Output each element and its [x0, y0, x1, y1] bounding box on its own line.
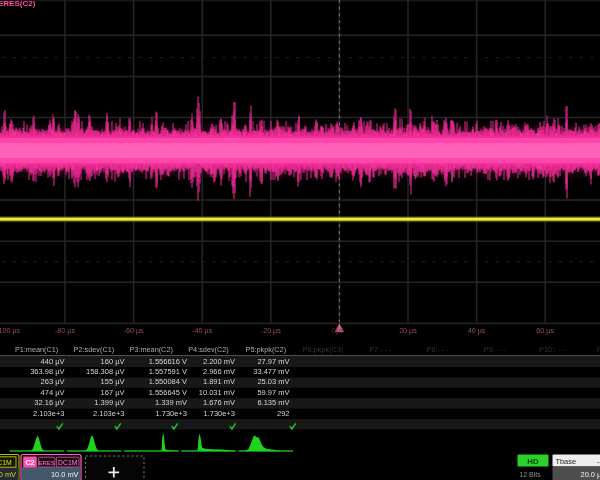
- svg-text:P8:- - -: P8:- - -: [427, 345, 450, 354]
- svg-text:1.339 mV: 1.339 mV: [155, 398, 187, 407]
- svg-text:20.0 µs: 20.0 µs: [581, 470, 600, 479]
- svg-text:C2: C2: [25, 458, 35, 467]
- svg-text:50.0 mV: 50.0 mV: [0, 470, 16, 479]
- svg-text:474 µV: 474 µV: [41, 388, 65, 397]
- svg-text:12 Bits: 12 Bits: [519, 471, 541, 478]
- svg-text:DC1M: DC1M: [58, 459, 78, 466]
- svg-text:2.200 mV: 2.200 mV: [203, 357, 235, 366]
- svg-text:1.556616 V: 1.556616 V: [149, 357, 187, 366]
- svg-text:2.966 mV: 2.966 mV: [203, 367, 235, 376]
- svg-text:25.03 mV: 25.03 mV: [257, 377, 289, 386]
- svg-text:1.730e+3: 1.730e+3: [156, 409, 188, 418]
- svg-text:2.103e+3: 2.103e+3: [33, 409, 65, 418]
- svg-text:32.16 µV: 32.16 µV: [34, 398, 64, 407]
- svg-text:160 µV: 160 µV: [101, 357, 125, 366]
- svg-text:59.97 mV: 59.97 mV: [257, 388, 289, 397]
- svg-text:6.135 mV: 6.135 mV: [257, 398, 289, 407]
- svg-text:1.730e+3: 1.730e+3: [204, 409, 236, 418]
- svg-text:10.031 mV: 10.031 mV: [199, 388, 235, 397]
- svg-text:1.550084 V: 1.550084 V: [149, 377, 187, 386]
- svg-text:10.0 mV: 10.0 mV: [51, 470, 79, 479]
- svg-text:1.676 mV: 1.676 mV: [203, 398, 235, 407]
- svg-text:P3:mean(C2): P3:mean(C2): [129, 345, 172, 354]
- svg-text:1.399 µV: 1.399 µV: [94, 398, 124, 407]
- svg-text:263 µV: 263 µV: [41, 377, 65, 386]
- svg-text:-100 µs: -100 µs: [0, 326, 21, 335]
- svg-text:-20 µs: -20 µs: [261, 326, 282, 335]
- svg-text:40 µs: 40 µs: [468, 326, 486, 335]
- svg-text:60 µs: 60 µs: [536, 326, 554, 335]
- svg-text:292: 292: [277, 409, 290, 418]
- svg-text:ERES: ERES: [39, 460, 55, 466]
- svg-text:P1:mean(C1): P1:mean(C1): [15, 345, 58, 354]
- svg-text:20 µs: 20 µs: [399, 326, 417, 335]
- svg-text:P7:- - -: P7:- - -: [369, 345, 392, 354]
- svg-text:ERES(C2): ERES(C2): [0, 0, 36, 8]
- svg-text:P5:pkpk(C2): P5:pkpk(C2): [246, 345, 287, 354]
- svg-text:-40 µs: -40 µs: [192, 326, 213, 335]
- svg-text:1.556645 V: 1.556645 V: [149, 388, 187, 397]
- svg-text:DC1M: DC1M: [0, 459, 12, 466]
- svg-text:363.98 µV: 363.98 µV: [30, 367, 64, 376]
- svg-text:P9:- - -: P9:- - -: [484, 345, 507, 354]
- svg-text:-60 µs: -60 µs: [124, 326, 145, 335]
- svg-text:158.308 µV: 158.308 µV: [86, 367, 125, 376]
- svg-text:HD: HD: [527, 457, 539, 466]
- svg-text:2.103e+3: 2.103e+3: [93, 409, 125, 418]
- svg-text:27.97 mV: 27.97 mV: [257, 357, 289, 366]
- svg-text:1.557591 V: 1.557591 V: [149, 367, 187, 376]
- svg-text:-80 µs: -80 µs: [55, 326, 76, 335]
- svg-text:155 µV: 155 µV: [101, 377, 125, 386]
- svg-text:440 µV: 440 µV: [41, 357, 65, 366]
- svg-text:0µs: 0µs: [332, 326, 344, 335]
- svg-text:Tbase: Tbase: [556, 457, 577, 466]
- svg-text:P2:sdev(C1): P2:sdev(C1): [74, 345, 115, 354]
- svg-text:1.891 mV: 1.891 mV: [203, 377, 235, 386]
- svg-text:P4:sdev(C2): P4:sdev(C2): [188, 345, 229, 354]
- svg-text:33.477 mV: 33.477 mV: [253, 367, 289, 376]
- svg-text:167 µV: 167 µV: [101, 388, 125, 397]
- svg-text:P10:- - -: P10:- - -: [539, 345, 566, 354]
- svg-text:P6:pkpk(C3): P6:pkpk(C3): [303, 345, 344, 354]
